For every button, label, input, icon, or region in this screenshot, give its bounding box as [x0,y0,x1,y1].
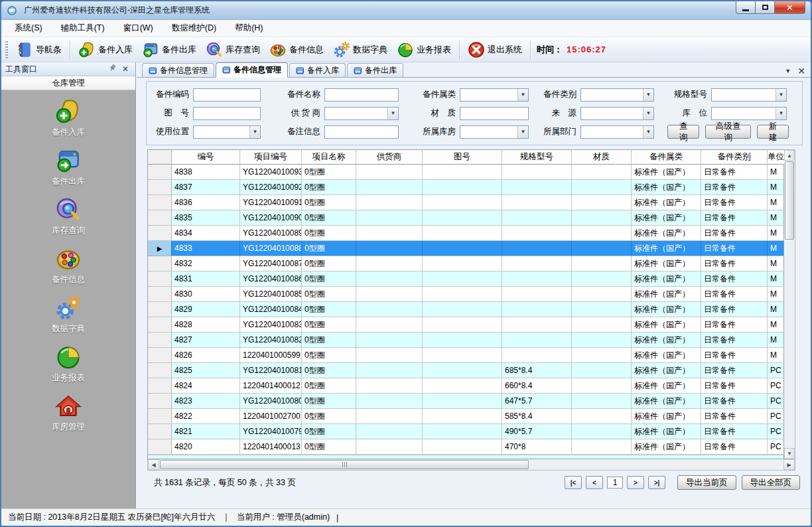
tab-0[interactable]: 备件信息管理 [142,63,214,77]
table-row[interactable]: 4825YG122040100810型圈685*8.4标准件（国产）日常备件PC [148,363,783,378]
row-selector-cell[interactable] [148,210,172,226]
tab-close-icon[interactable]: ✕ [797,68,805,74]
sidebar-item-inventory-search[interactable]: 库存查询 [1,196,135,236]
column-header-0[interactable]: 编号 [172,150,240,165]
close-button[interactable]: ✕ [775,1,805,14]
menu-item[interactable]: 帮助(H) [228,20,269,37]
column-header-2[interactable]: 项目名称 [302,150,356,165]
table-row[interactable]: ▶4833YG122040100880型圈标准件（国产）日常备件M [148,241,783,256]
scroll-down-icon[interactable]: ▼ [784,448,795,459]
table-row[interactable]: 482212204010027000型圈585*8.4标准件（国产）日常备件PC [148,409,783,424]
table-row[interactable]: 4836YG122040100910型圈标准件（国产）日常备件M [148,195,783,210]
combo-arrow-icon[interactable]: ▼ [249,126,260,138]
sidebar-item-business-report[interactable]: 业务报表 [1,344,135,384]
table-row-partial[interactable] [148,455,783,459]
row-selector-cell[interactable] [148,333,172,348]
export-current-page-button[interactable]: 导出当前页 [677,475,736,490]
column-header-8[interactable]: 备件类别 [701,150,768,165]
table-row[interactable]: 4832YG122040100870型圈标准件（国产）日常备件M [148,256,783,271]
first-page-button[interactable]: |< [565,476,582,489]
next-page-button[interactable]: > [627,476,644,489]
toolbar-item-parts-info[interactable]: 备件信息 [265,39,328,60]
combo-arrow-icon[interactable]: ▼ [517,89,528,101]
scroll-up-icon[interactable]: ▲ [784,150,795,161]
sidebar-item-parts-outbound[interactable]: 备件出库 [1,147,135,187]
menu-item[interactable]: 数据维护(D) [165,20,223,37]
table-row[interactable]: 4829YG122040100840型圈标准件（国产）日常备件M [148,302,783,317]
toolbar-grip[interactable] [5,41,8,58]
department-combo[interactable]: ▼ [580,125,654,139]
scroll-right-icon[interactable]: ▶ [783,459,795,470]
sidebar-section-header[interactable]: 仓库管理 [1,76,135,90]
combo-arrow-icon[interactable]: ▼ [643,89,653,101]
table-row[interactable]: 482612204010005990型圈标准件（国产）日常备件M [148,348,783,363]
column-header-4[interactable]: 图号 [423,150,502,165]
sidebar-item-warehouse-manage[interactable]: 库房管理 [1,393,135,433]
row-selector-cell[interactable] [148,394,172,409]
menu-item[interactable]: 系统(S) [8,20,49,37]
row-selector-cell[interactable] [148,195,172,210]
horizontal-scroll-thumb[interactable] [160,460,529,469]
source-combo[interactable]: ▼ [580,107,654,120]
combo-arrow-icon[interactable]: ▼ [517,126,528,138]
table-row[interactable]: 4837YG122040100920型圈标准件（国产）日常备件M [148,180,783,195]
page-number-input[interactable] [607,477,623,489]
sidebar-item-data-dictionary[interactable]: 数据字典 [1,295,135,335]
table-row[interactable]: 482012204014000130型圈470*8标准件（国产）日常备件PC [148,439,783,455]
part-group-combo[interactable]: ▼ [460,88,529,102]
tab-2[interactable]: 备件入库 [289,63,346,77]
row-selector-cell[interactable] [148,180,172,195]
combo-arrow-icon[interactable]: ▼ [643,126,653,138]
row-selector-cell[interactable] [148,271,172,287]
combo-arrow-icon[interactable]: ▼ [776,108,786,119]
part-code-input[interactable] [194,89,260,101]
table-row[interactable]: 4828YG122040100830型圈标准件（国产）日常备件M [148,317,783,333]
toolbar-item-business-report[interactable]: 业务报表 [392,39,456,60]
column-header-6[interactable]: 材质 [572,150,632,165]
vertical-scrollbar[interactable]: ▲ ▼ [784,149,795,459]
menu-item[interactable]: 辅助工具(T) [54,20,111,37]
row-selector-cell[interactable] [148,378,172,394]
column-header-7[interactable]: 备件属类 [632,150,701,165]
chevron-down-icon[interactable]: ▼ [785,68,791,74]
table-row[interactable]: 4835YG122040100900型圈标准件（国产）日常备件M [148,210,783,226]
pin-icon[interactable] [105,64,119,74]
warehouse-combo[interactable]: ▼ [460,125,529,139]
remark-input[interactable] [325,126,398,138]
spec-model-combo[interactable]: ▼ [711,88,787,102]
new-button[interactable]: 新建 [757,125,789,139]
combo-arrow-icon[interactable]: ▼ [776,89,786,101]
row-selector-cell[interactable] [148,348,172,363]
combo-arrow-icon[interactable]: ▼ [643,108,653,119]
row-selector-cell[interactable] [148,287,172,302]
table-row[interactable]: 4827YG122040100820型圈标准件（国产）日常备件M [148,333,783,348]
table-row[interactable]: 4830YG122040100850型圈标准件（国产）日常备件M [148,287,783,302]
maximize-button[interactable] [756,1,775,14]
last-page-button[interactable]: >| [648,476,665,489]
table-row[interactable]: 4831YG122040100860型圈标准件（国产）日常备件M [148,271,783,287]
sidebar-item-parts-inbound[interactable]: 备件入库 [1,98,135,138]
toolbar-item-parts-outbound[interactable]: 备件出库 [137,39,201,60]
toolbar-item-inventory-search[interactable]: 库存查询 [201,39,265,60]
location-combo[interactable]: ▼ [711,107,787,120]
tab-3[interactable]: 备件出库 [347,63,403,77]
column-header-5[interactable]: 规格型号 [502,150,572,165]
search-button[interactable]: 查询 [667,125,699,139]
row-selector-cell[interactable] [148,226,172,241]
part-name-input[interactable] [325,89,398,101]
toolbar-item-exit[interactable]: 退出系统 [463,39,527,60]
supplier-combo[interactable]: ▼ [324,107,399,120]
row-selector-cell[interactable] [148,317,172,333]
menu-item[interactable]: 窗口(W) [117,20,160,37]
combo-arrow-icon[interactable]: ▼ [387,108,398,119]
table-row[interactable]: 4821YG122040100790型圈490*5.7标准件（国产）日常备件PC [148,424,783,439]
minimize-button[interactable] [736,1,756,14]
row-selector-cell[interactable] [148,409,172,424]
horizontal-scrollbar[interactable]: ◀ ▶ [147,459,795,471]
table-row[interactable]: 4834YG122040100890型圈标准件（国产）日常备件M [148,226,783,241]
row-selector-cell[interactable] [148,302,172,317]
vertical-scroll-thumb[interactable] [785,161,794,240]
part-category-combo[interactable]: ▼ [580,88,654,102]
sidebar-item-parts-info[interactable]: 备件信息 [1,246,135,285]
table-row[interactable]: 4823YG122040100800型圈647*5.7标准件（国产）日常备件PC [148,394,783,409]
